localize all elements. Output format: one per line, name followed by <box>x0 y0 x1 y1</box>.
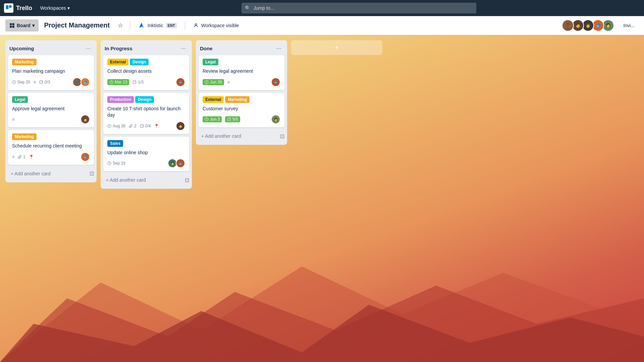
card-title: Customer survey <box>203 106 280 112</box>
add-column-button[interactable]: + <box>291 40 382 55</box>
label-external: External <box>107 59 128 65</box>
add-card-button[interactable]: + Add another card <box>8 169 90 178</box>
card-schedule-meeting[interactable]: Marketing Schedule recurring client meet… <box>8 130 94 165</box>
label-design: Design <box>135 96 154 103</box>
column-in-progress-menu[interactable]: ··· <box>179 44 188 53</box>
due-date-text: Sep 20 <box>17 80 30 84</box>
invite-button[interactable]: Invi... <box>620 19 639 32</box>
add-card-button[interactable]: + Add another card <box>199 131 280 141</box>
member-avatars: 🧑 👩 🧢 👩 <box>562 19 614 32</box>
card-title: Approve legal agreement <box>12 106 90 112</box>
card-template-button[interactable]: ⊡ <box>280 133 284 139</box>
attachment-count: 1 <box>23 155 25 159</box>
search-icon: 🔍 <box>245 5 251 11</box>
card-avatar: 🧢 <box>271 77 280 87</box>
card-labels: Sales <box>107 140 185 147</box>
trello-logo-text: Trello <box>16 5 32 12</box>
chevron-down-icon: ▾ <box>67 5 70 11</box>
card-due-date-green: Jun 30 <box>203 79 224 85</box>
card-description-icon: ≡ <box>34 80 36 84</box>
checklist-text: 0/3 <box>45 80 50 84</box>
card-footer: Jun 3 5/5 👩 <box>203 115 280 124</box>
chevron-down-icon: ▾ <box>32 23 35 28</box>
workspace-info-button[interactable]: Inktistic ENT <box>134 19 181 32</box>
card-avatar: 🧢 <box>176 159 185 168</box>
svg-rect-5 <box>12 25 14 27</box>
svg-marker-7 <box>139 22 142 27</box>
attachment-count: 2 <box>134 124 137 128</box>
card-attachments: 1 <box>18 155 25 159</box>
card-create-tshirt[interactable]: Production Design Create 10 T-shirt opti… <box>103 93 189 134</box>
svg-rect-4 <box>10 25 12 27</box>
card-template-button[interactable]: ⊡ <box>185 177 189 183</box>
column-upcoming-menu[interactable]: ··· <box>84 44 93 53</box>
svg-rect-24 <box>228 118 231 121</box>
card-checklist: 0/3 <box>39 80 50 84</box>
trello-logo[interactable]: Trello <box>4 3 32 13</box>
label-marketing: Marketing <box>225 96 250 103</box>
workspace-name: Inktistic <box>148 23 163 28</box>
card-labels: External Marketing <box>203 96 280 103</box>
add-card-footer: + Add another card ⊡ <box>8 168 94 180</box>
card-footer: Mar 23 1/3 🧢 <box>107 77 185 87</box>
card-labels: Production Design <box>107 96 185 103</box>
divider-2 <box>185 21 185 29</box>
card-avatars: 👤 🧢 <box>72 77 90 87</box>
card-approve-legal[interactable]: Legal Approve legal agreement ≡ 🧑 <box>8 93 94 128</box>
card-avatars: 🧢 <box>271 77 280 87</box>
card-due-date: Sep 15 <box>107 161 125 166</box>
star-button[interactable]: ☆ <box>115 20 126 31</box>
card-collect-design[interactable]: External Design Collect design assets Ma… <box>103 55 189 90</box>
due-date-text: Aug 26 <box>113 124 125 128</box>
label-design: Design <box>130 59 149 65</box>
svg-point-8 <box>195 23 197 25</box>
due-date-text: Jun 30 <box>210 80 222 84</box>
card-review-legal[interactable]: Legal Review legal agreement Jun 30 ≡ 🧢 <box>199 55 284 90</box>
card-title: Schedule recurring client meeting <box>12 143 90 149</box>
column-upcoming-title: Upcoming <box>9 46 34 51</box>
workspace-badge: ENT <box>166 23 177 28</box>
svg-rect-20 <box>140 124 143 127</box>
column-done: Done ··· Legal Review legal agreement Ju… <box>196 40 287 145</box>
workspaces-menu[interactable]: Workspaces ▾ <box>38 4 72 12</box>
label-legal: Legal <box>203 59 218 65</box>
label-sales: Sales <box>107 140 123 147</box>
card-avatar: 👩 <box>271 115 280 124</box>
column-upcoming-header: Upcoming ··· <box>8 43 94 53</box>
divider <box>130 21 130 29</box>
card-avatar: 🧢 <box>80 152 90 162</box>
add-card-footer: + Add another card ⊡ <box>103 174 189 186</box>
column-done-title: Done <box>200 46 213 51</box>
card-template-button[interactable]: ⊡ <box>90 170 94 177</box>
column-done-menu[interactable]: ··· <box>274 44 283 53</box>
add-card-label: + Add another card <box>106 177 146 183</box>
card-avatar: 🧑 <box>80 115 90 124</box>
card-avatars: 🧢 <box>80 152 90 162</box>
avatar-1[interactable] <box>562 19 574 32</box>
add-card-label: + Add another card <box>11 171 51 176</box>
add-card-label: + Add another card <box>201 133 241 139</box>
card-attachments: 2 <box>129 124 137 128</box>
column-done-header: Done ··· <box>199 43 284 53</box>
card-customer-survey[interactable]: External Marketing Customer survey Jun 3… <box>199 93 284 128</box>
card-footer: ≡ 🧑 <box>12 115 90 124</box>
card-plan-marketing[interactable]: Marketing Plan marketing campaign Sep 20… <box>8 55 94 90</box>
card-checklist: 0/4 <box>140 124 151 128</box>
board-view-button[interactable]: Board ▾ <box>5 19 39 32</box>
card-footer: Sep 20 ≡ 0/3 👤 🧢 <box>12 77 90 87</box>
card-update-shop[interactable]: Sales Update online shop Sep 15 👩 🧢 <box>103 137 189 172</box>
workspace-visible-button[interactable]: Workspace visible <box>189 19 243 32</box>
card-title: Update online shop <box>107 149 185 156</box>
card-labels: Legal <box>203 59 280 65</box>
card-footer: Jun 30 ≡ 🧢 <box>203 77 280 87</box>
card-labels: Legal <box>12 96 90 103</box>
card-labels: Marketing <box>12 59 90 65</box>
svg-rect-3 <box>12 23 14 25</box>
add-card-button[interactable]: + Add another card <box>103 175 185 185</box>
card-due-date-green: Mar 23 <box>107 79 129 85</box>
search-input[interactable] <box>241 3 476 13</box>
card-location-icon: 📍 <box>29 155 34 159</box>
trello-logo-icon <box>4 3 13 13</box>
svg-rect-1 <box>9 5 12 8</box>
top-nav: Trello Workspaces ▾ 🔍 <box>0 0 644 16</box>
